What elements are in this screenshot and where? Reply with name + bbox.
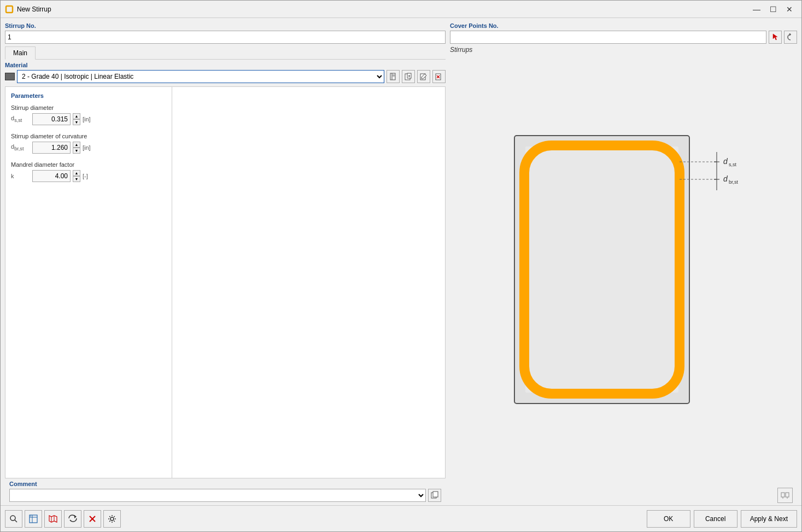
middle-section: Main Material 2 - Grade 40 | Isotropic |… bbox=[1, 46, 801, 505]
svg-point-51 bbox=[109, 521, 110, 522]
map-icon bbox=[49, 515, 57, 523]
stirrup-diameter-unit: [in] bbox=[83, 116, 91, 122]
stirrup-diameter-input[interactable] bbox=[32, 113, 71, 125]
apply-next-button[interactable]: Apply & Next bbox=[741, 510, 797, 528]
svg-rect-28 bbox=[786, 493, 789, 497]
main-content: Stirrup No. Cover Points No. bbox=[1, 18, 801, 531]
mandrel-factor-unit: [-] bbox=[83, 173, 88, 179]
material-select[interactable]: 2 - Grade 40 | Isotropic | Linear Elasti… bbox=[17, 70, 384, 83]
comment-label: Comment bbox=[9, 481, 441, 487]
mandrel-factor-down[interactable]: ▼ bbox=[73, 176, 80, 182]
stirrup-diameter-label: Stirrup diameter bbox=[11, 104, 166, 111]
stirrup-diameter-up[interactable]: ▲ bbox=[73, 113, 80, 119]
stirrup-diameter-group: Stirrup diameter ds,st ▲ ▼ [in] bbox=[11, 104, 166, 125]
stirrups-label: Stirrups bbox=[450, 46, 797, 54]
svg-text:d: d bbox=[723, 174, 728, 183]
svg-line-32 bbox=[15, 520, 17, 522]
left-panel: Main Material 2 - Grade 40 | Isotropic |… bbox=[5, 46, 446, 505]
svg-rect-0 bbox=[6, 6, 13, 13]
tab-main[interactable]: Main bbox=[5, 46, 36, 60]
curvature-diameter-label: Stirrup diameter of curvature bbox=[11, 133, 166, 139]
window-controls: — ☐ ✕ bbox=[749, 3, 797, 16]
stirrup-no-input[interactable] bbox=[5, 31, 446, 44]
comment-select[interactable] bbox=[9, 489, 426, 502]
bottom-right-buttons: OK Cancel Apply & Next bbox=[647, 510, 797, 528]
comment-copy-button[interactable] bbox=[428, 489, 441, 502]
main-window: New Stirrup — ☐ ✕ Stirrup No. Cover Poin… bbox=[0, 0, 802, 532]
search-tool-button[interactable] bbox=[5, 510, 22, 528]
svg-point-50 bbox=[114, 516, 115, 517]
material-edit-button[interactable] bbox=[417, 70, 430, 83]
cover-points-input[interactable] bbox=[450, 31, 766, 44]
cover-points-row bbox=[450, 31, 797, 44]
curvature-diameter-up[interactable]: ▲ bbox=[73, 142, 80, 148]
minimize-button[interactable]: — bbox=[749, 3, 764, 16]
right-panel: Stirrups bbox=[450, 46, 797, 505]
svg-text:s,st: s,st bbox=[729, 162, 737, 167]
map-tool-button[interactable] bbox=[44, 510, 62, 528]
svg-point-45 bbox=[112, 522, 113, 523]
material-label: Material bbox=[5, 62, 446, 68]
cursor-icon bbox=[771, 33, 779, 41]
params-left: Parameters Stirrup diameter ds,st ▲ ▼ bbox=[5, 87, 172, 478]
top-row: Stirrup No. Cover Points No. bbox=[1, 18, 801, 46]
bottom-left-tools: 0 bbox=[5, 510, 121, 528]
edit-icon bbox=[420, 73, 428, 80]
svg-point-43 bbox=[110, 517, 114, 521]
mandrel-factor-input[interactable] bbox=[32, 170, 71, 182]
bottom-bar: 0 bbox=[1, 505, 801, 531]
cover-points-section: Cover Points No. bbox=[450, 22, 797, 44]
diagram-icon bbox=[781, 491, 789, 500]
stirrup-diameter-down[interactable]: ▼ bbox=[73, 119, 80, 125]
tab-bar: Main bbox=[5, 46, 446, 60]
window-title: New Stirrup bbox=[17, 5, 51, 13]
curvature-diameter-row: dbr,st ▲ ▼ [in] bbox=[11, 142, 166, 154]
svg-rect-27 bbox=[781, 493, 785, 497]
ok-button[interactable]: OK bbox=[647, 510, 690, 528]
svg-point-46 bbox=[108, 518, 109, 519]
close-button[interactable]: ✕ bbox=[782, 3, 797, 16]
material-row: 2 - Grade 40 | Isotropic | Linear Elasti… bbox=[5, 70, 446, 83]
svg-point-49 bbox=[114, 521, 115, 522]
params-right bbox=[172, 87, 445, 478]
title-bar: New Stirrup — ☐ ✕ bbox=[1, 1, 801, 18]
stirrup-wrapper: d s,st d br,st bbox=[498, 119, 750, 425]
curvature-diameter-unit: [in] bbox=[83, 144, 91, 151]
refresh-icon bbox=[68, 515, 77, 523]
diagram-settings-button[interactable] bbox=[777, 488, 793, 503]
delete-tool-button[interactable] bbox=[84, 510, 101, 528]
app-icon bbox=[5, 5, 14, 14]
material-section: Material 2 - Grade 40 | Isotropic | Line… bbox=[5, 62, 446, 83]
settings-tool-button[interactable] bbox=[103, 510, 121, 528]
cover-points-reset-button[interactable] bbox=[784, 31, 797, 44]
stirrup-diameter-row: ds,st ▲ ▼ [in] bbox=[11, 113, 166, 125]
svg-rect-1 bbox=[390, 73, 395, 80]
k-symbol: k bbox=[11, 173, 30, 179]
reset-icon bbox=[787, 33, 794, 41]
material-library-button[interactable] bbox=[387, 70, 400, 83]
copy-icon bbox=[431, 491, 438, 499]
cancel-button[interactable]: Cancel bbox=[694, 510, 737, 528]
stirrup-diagram: d s,st d br,st bbox=[450, 57, 797, 488]
mandrel-factor-up[interactable]: ▲ bbox=[73, 170, 80, 176]
stirrup-no-label: Stirrup No. bbox=[5, 22, 446, 29]
mandrel-factor-spinner: ▲ ▼ bbox=[73, 170, 80, 182]
svg-marker-37 bbox=[49, 516, 57, 522]
comment-row bbox=[9, 489, 441, 502]
new-material-icon bbox=[405, 73, 412, 80]
title-bar-left: New Stirrup bbox=[5, 5, 51, 14]
curvature-diameter-input[interactable] bbox=[32, 142, 71, 154]
material-new-button[interactable] bbox=[402, 70, 415, 83]
mandrel-factor-group: Mandrel diameter factor k ▲ ▼ [-] bbox=[11, 161, 166, 182]
cover-points-pick-button[interactable] bbox=[769, 31, 782, 44]
table-tool-button[interactable]: 0 bbox=[25, 510, 42, 528]
svg-point-48 bbox=[109, 516, 110, 517]
curvature-diameter-down[interactable]: ▼ bbox=[73, 148, 80, 154]
refresh-tool-button[interactable] bbox=[64, 510, 81, 528]
mandrel-factor-label: Mandrel diameter factor bbox=[11, 161, 166, 168]
comment-section: Comment bbox=[5, 478, 446, 505]
stirrup-no-section: Stirrup No. bbox=[5, 22, 446, 44]
maximize-button[interactable]: ☐ bbox=[765, 3, 781, 16]
material-delete-button[interactable] bbox=[432, 70, 446, 83]
bottom-icon-row bbox=[450, 488, 797, 505]
